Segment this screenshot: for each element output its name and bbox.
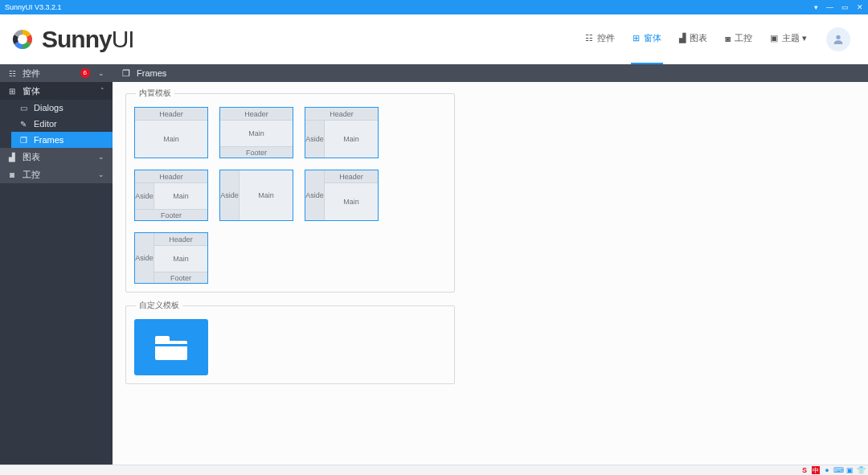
sidebar-item-editor[interactable]: ✎ Editor: [11, 116, 113, 132]
tpl-aside-label: Aside: [220, 170, 240, 220]
chart-icon: ▟: [8, 153, 16, 162]
tpl-main-label: Main: [135, 121, 207, 158]
svg-point-0: [836, 35, 840, 39]
group-title: 内置模板: [136, 88, 174, 99]
grid-icon: ☷: [585, 33, 593, 43]
tpl-main-label: Main: [154, 246, 207, 272]
logo-icon: [10, 27, 35, 52]
tpl-main-label: Main: [325, 183, 378, 220]
chevron-down-icon: ⌄: [98, 170, 104, 178]
chart-icon: ▟: [679, 33, 686, 43]
windows-icon: ⊞: [633, 33, 640, 43]
tab-charts[interactable]: ▟ 图表: [678, 14, 709, 64]
image-icon: ▣: [770, 33, 778, 43]
tray-icon-1[interactable]: ●: [823, 466, 831, 474]
dropdown-icon[interactable]: ▾: [814, 3, 818, 11]
frames-icon: ❐: [122, 68, 130, 79]
page-title: Frames: [137, 68, 166, 78]
window-title: SunnyUI V3.3.2.1: [5, 3, 62, 11]
tpl-header-label: Header: [135, 170, 207, 183]
sidebar-item-label: 窗体: [23, 85, 40, 97]
close-button[interactable]: ✕: [857, 3, 863, 11]
badge: 6: [80, 68, 90, 78]
template-aside-header-main[interactable]: Aside Header Main: [305, 170, 379, 221]
tab-label: 窗体: [644, 32, 661, 44]
group-title: 自定义模板: [136, 300, 182, 311]
chevron-down-icon: ⌄: [98, 69, 104, 77]
window-titlebar: SunnyUI V3.3.2.1 ▾ — ▭ ✕: [0, 0, 868, 14]
tpl-aside-label: Aside: [305, 121, 325, 158]
tray-icon-2[interactable]: ⌨: [834, 466, 842, 474]
tpl-header-label: Header: [154, 233, 207, 246]
tpl-header-label: Header: [305, 108, 378, 121]
tpl-footer-label: Footer: [154, 272, 207, 283]
tray-icon-3[interactable]: ▣: [845, 466, 854, 474]
template-header-aside-main[interactable]: Header Aside Main: [305, 107, 379, 158]
ime-icon[interactable]: S: [800, 466, 809, 474]
sidebar-item-label: Editor: [34, 119, 57, 129]
tab-forms[interactable]: ⊞ 窗体: [631, 14, 663, 64]
svg-rect-1: [155, 341, 187, 360]
sidebar-item-charts[interactable]: ▟ 图表 ⌄: [0, 148, 113, 166]
sidebar-item-label: 控件: [23, 68, 40, 80]
custom-template-tile[interactable]: [134, 319, 208, 375]
tab-label: 图表: [690, 32, 707, 44]
windows-icon: ⊞: [8, 87, 16, 96]
tpl-header-label: Header: [220, 108, 293, 121]
camera-icon: ◙: [725, 34, 731, 43]
template-header-main[interactable]: Header Main: [134, 107, 208, 158]
tab-label: 控件: [597, 32, 615, 44]
avatar[interactable]: [826, 27, 850, 51]
tpl-header-label: Header: [135, 108, 207, 121]
app-header: SunnyUI ☷ 控件 ⊞ 窗体 ▟ 图表 ◙ 工控 ▣ 主题 ▾: [0, 14, 868, 64]
tab-label: 主题 ▾: [782, 32, 807, 44]
content-area: ❐ Frames 内置模板 Header Main Header Main Fo…: [113, 64, 868, 465]
tpl-footer-label: Footer: [135, 209, 207, 220]
tpl-main-label: Main: [220, 121, 293, 146]
chevron-down-icon: ⌄: [98, 153, 104, 161]
sidebar-item-forms[interactable]: ⊞ 窗体 ˄: [0, 82, 113, 100]
sidebar-item-controls[interactable]: ☷ 控件 6 ⌄: [0, 64, 113, 82]
edit-icon: ✎: [19, 120, 27, 129]
camera-icon: ◙: [8, 170, 16, 179]
system-tray: S 中 ● ⌨ ▣ 👕: [0, 465, 868, 475]
template-header-main-footer[interactable]: Header Main Footer: [219, 107, 293, 158]
tab-industrial[interactable]: ◙ 工控: [723, 14, 754, 64]
tpl-main-label: Main: [240, 170, 293, 220]
template-header-aside-main-footer[interactable]: Header Aside Main Footer: [134, 170, 208, 221]
maximize-button[interactable]: ▭: [841, 3, 849, 11]
tpl-footer-label: Footer: [220, 146, 293, 158]
group-builtin-templates: 内置模板 Header Main Header Main Footer Head…: [125, 93, 455, 293]
chevron-up-icon: ˄: [100, 87, 104, 95]
sidebar-item-label: 图表: [23, 151, 40, 163]
tpl-header-label: Header: [325, 170, 378, 183]
tab-controls[interactable]: ☷ 控件: [583, 14, 616, 64]
dialog-icon: ▭: [19, 104, 27, 113]
frames-icon: ❐: [19, 136, 27, 145]
sidebar-item-industrial[interactable]: ◙ 工控 ⌄: [0, 166, 113, 183]
tray-icon-4[interactable]: 👕: [857, 466, 865, 474]
tpl-aside-label: Aside: [135, 233, 154, 283]
tpl-aside-label: Aside: [135, 183, 154, 209]
brand-text: SunnyUI: [42, 26, 134, 53]
sidebar-item-frames[interactable]: ❐ Frames: [11, 132, 113, 148]
sidebar-item-dialogs[interactable]: ▭ Dialogs: [11, 100, 113, 116]
sidebar: ☷ 控件 6 ⌄ ⊞ 窗体 ˄ ▭ Dialogs ✎ Editor ❐ Fra…: [0, 64, 113, 465]
minimize-button[interactable]: —: [826, 3, 833, 11]
tpl-main-label: Main: [154, 183, 207, 209]
grid-icon: ☷: [8, 69, 16, 78]
tab-label: 工控: [735, 32, 752, 44]
tpl-aside-label: Aside: [305, 170, 325, 220]
brand-logo: SunnyUI: [10, 26, 134, 53]
template-aside-header-main-footer[interactable]: Aside Header Main Footer: [134, 232, 208, 284]
folder-icon: [154, 333, 189, 362]
sidebar-item-label: Dialogs: [34, 103, 63, 113]
tab-theme[interactable]: ▣ 主题 ▾: [768, 14, 809, 64]
svg-rect-2: [155, 336, 170, 342]
page-title-bar: ❐ Frames: [113, 64, 868, 82]
ime-zh-icon[interactable]: 中: [812, 466, 820, 474]
tpl-main-label: Main: [325, 121, 378, 158]
template-aside-main[interactable]: Aside Main: [219, 170, 293, 221]
sidebar-item-label: Frames: [34, 135, 63, 145]
svg-rect-3: [155, 344, 187, 346]
